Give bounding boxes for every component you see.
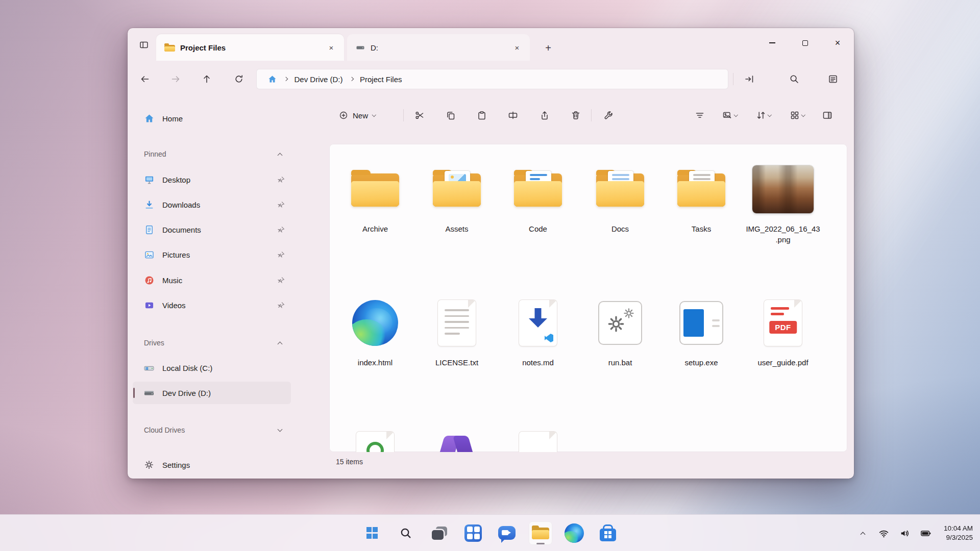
sidebar-item-home[interactable]: Home <box>133 107 291 130</box>
tray-overflow-button[interactable] <box>856 524 870 542</box>
widgets-button[interactable] <box>461 521 485 545</box>
file-label: Tasks <box>663 223 740 234</box>
delete-button[interactable] <box>566 106 586 125</box>
sidebar-item-local-disk-c[interactable]: Local Disk (C:) <box>133 357 291 379</box>
edge-button[interactable] <box>562 521 586 545</box>
back-icon <box>140 74 150 84</box>
file-label: IMG_2022_06_16_43.png <box>745 223 821 245</box>
sort-button[interactable] <box>750 106 777 125</box>
sidebar-item-settings[interactable]: Settings <box>133 454 291 476</box>
file-label: Docs <box>582 223 658 234</box>
file-label: run.bat <box>582 357 658 368</box>
pin-icon <box>276 251 286 259</box>
search-button[interactable] <box>394 521 418 545</box>
start-button[interactable] <box>360 521 384 545</box>
toolbar-view-group <box>690 106 838 125</box>
tools-button[interactable] <box>598 106 619 125</box>
close-button[interactable]: × <box>821 28 854 58</box>
chevron-down-icon <box>801 113 805 117</box>
store-button[interactable] <box>596 521 620 545</box>
sort-icon <box>756 110 766 120</box>
search-button[interactable] <box>784 69 804 89</box>
sidebar-section-pinned[interactable]: Pinned <box>133 145 291 163</box>
chat-button[interactable] <box>495 521 519 545</box>
sidebar-item-desktop[interactable]: Desktop <box>133 168 291 191</box>
tab-project-files[interactable]: Project Files × <box>156 34 344 61</box>
sidebar-item-documents[interactable]: Documents <box>133 218 291 241</box>
preview-pane-button[interactable] <box>817 106 838 125</box>
up-button[interactable] <box>197 69 216 89</box>
minimize-button[interactable] <box>756 28 789 58</box>
task-view-button[interactable] <box>428 521 451 545</box>
file-tile-user-guide-pdf[interactable]: PDF user_guide.pdf <box>745 295 821 368</box>
file-tile-docs[interactable]: Docs <box>582 161 658 234</box>
sidebar-item-music[interactable]: Music <box>133 269 291 291</box>
sidebar-item-videos[interactable]: Videos <box>133 294 291 316</box>
documents-icon <box>143 224 155 235</box>
file-tile-code[interactable]: Code <box>500 161 576 234</box>
thumbnail-options-button[interactable] <box>716 106 744 125</box>
file-tile-assets[interactable]: Assets <box>419 161 495 234</box>
back-button[interactable] <box>135 69 155 89</box>
address-bar[interactable]: Dev Drive (D:) Project Files <box>256 69 728 89</box>
command-list-button[interactable] <box>823 69 843 89</box>
file-tile-image[interactable]: IMG_2022_06_16_43.png <box>745 161 821 245</box>
chevron-up-icon <box>278 153 283 158</box>
breadcrumb-segment-drive[interactable]: Dev Drive (D:) <box>290 72 347 86</box>
rename-button[interactable] <box>503 106 523 125</box>
file-tile-partial-2[interactable] <box>419 428 495 452</box>
chevron-down-icon <box>768 113 772 117</box>
forward-button[interactable] <box>166 69 185 89</box>
breadcrumb-home-button[interactable] <box>263 72 281 87</box>
divider <box>591 109 592 121</box>
sidebar-item-dev-drive-d[interactable]: Dev Drive (D:) <box>133 382 291 404</box>
application-file-icon <box>679 301 723 345</box>
tab-close-icon[interactable]: × <box>510 41 524 54</box>
file-tile-tasks[interactable]: Tasks <box>663 161 740 234</box>
share-button[interactable] <box>534 106 555 125</box>
pin-icon <box>276 201 286 209</box>
folder-icon <box>164 43 175 52</box>
battery-button[interactable] <box>919 524 933 542</box>
sidebar-item-pictures[interactable]: Pictures <box>133 243 291 266</box>
tab-list-button[interactable] <box>136 37 152 53</box>
file-tile-notes-md[interactable]: notes.md <box>500 295 576 368</box>
file-tile-partial-1[interactable] <box>337 428 413 452</box>
view-grid-icon <box>790 110 800 120</box>
widgets-icon <box>464 524 482 542</box>
paste-icon <box>477 110 487 120</box>
pictures-icon <box>143 249 155 260</box>
tab-d-drive[interactable]: D: × <box>347 34 530 61</box>
new-tab-button[interactable]: + <box>540 40 556 56</box>
file-tile-license-txt[interactable]: LICENSE.txt <box>419 295 495 368</box>
file-explorer-icon <box>531 525 550 541</box>
breadcrumb-segment-folder[interactable]: Project Files <box>356 72 406 86</box>
purple-app-icon <box>432 432 481 452</box>
file-tile-setup-exe[interactable]: setup.exe <box>663 295 740 368</box>
expand-address-button[interactable] <box>739 69 760 89</box>
microsoft-store-icon <box>600 529 616 541</box>
maximize-button[interactable] <box>789 28 821 58</box>
paste-button[interactable] <box>472 106 492 125</box>
file-explorer-button[interactable] <box>529 521 552 545</box>
tab-label: D: <box>371 43 505 52</box>
tab-close-icon[interactable]: × <box>325 41 338 54</box>
copy-button[interactable] <box>440 106 461 125</box>
view-button[interactable] <box>783 106 811 125</box>
new-button[interactable]: New <box>333 106 382 125</box>
refresh-button[interactable] <box>229 69 249 89</box>
volume-button[interactable] <box>898 524 912 542</box>
file-tile-partial-3[interactable] <box>500 428 576 452</box>
wifi-button[interactable] <box>877 524 891 542</box>
file-explorer-window: Project Files × D: × + × <box>128 28 854 479</box>
file-tile-run-bat[interactable]: run.bat <box>582 295 658 368</box>
sidebar-section-drives[interactable]: Drives <box>133 334 291 352</box>
cut-button[interactable] <box>409 106 430 125</box>
filter-button[interactable] <box>690 106 710 125</box>
taskbar-clock[interactable]: 10:04 AM 9/3/2025 <box>944 524 973 542</box>
file-tile-index-html[interactable]: index.html <box>337 295 413 368</box>
pdf-badge: PDF <box>769 321 797 334</box>
sidebar-item-downloads[interactable]: Downloads <box>133 193 291 216</box>
sidebar-section-cloud-drives[interactable]: Cloud Drives <box>133 421 291 439</box>
file-tile-archive[interactable]: Archive <box>337 161 413 234</box>
